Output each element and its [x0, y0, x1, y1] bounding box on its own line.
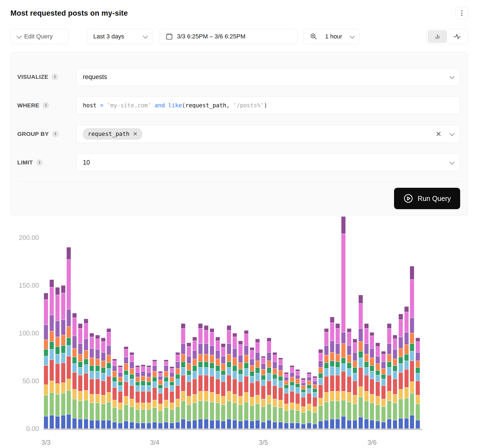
bar-segment[interactable]: [55, 416, 60, 429]
bar-segment[interactable]: [336, 375, 340, 391]
bar-segment[interactable]: [399, 320, 403, 337]
bar-segment[interactable]: [238, 345, 243, 355]
bar-segment[interactable]: [336, 401, 340, 419]
bar-segment[interactable]: [319, 353, 323, 361]
bar-segment[interactable]: [124, 396, 128, 405]
bar-segment[interactable]: [136, 386, 140, 391]
bar-segment[interactable]: [72, 349, 77, 357]
bar-segment[interactable]: [187, 356, 191, 364]
bar-segment[interactable]: [341, 217, 345, 234]
bar-segment[interactable]: [72, 373, 77, 390]
bar-segment[interactable]: [124, 382, 128, 396]
bar-segment[interactable]: [84, 339, 88, 350]
bar-segment[interactable]: [90, 333, 94, 337]
bar-segment[interactable]: [204, 419, 208, 429]
bar-segment[interactable]: [147, 368, 151, 372]
bar-segment[interactable]: [336, 362, 340, 367]
bar-segment[interactable]: [284, 385, 288, 388]
bar-segment[interactable]: [273, 374, 277, 379]
bar-segment[interactable]: [238, 374, 243, 382]
bar-segment[interactable]: [233, 394, 237, 403]
bar-segment[interactable]: [359, 304, 363, 328]
bar-segment[interactable]: [72, 364, 77, 372]
bar-segment[interactable]: [221, 348, 225, 356]
bar-segment[interactable]: [90, 371, 94, 379]
bar-segment[interactable]: [364, 324, 369, 328]
bar-segment[interactable]: [124, 347, 128, 349]
bar-segment[interactable]: [141, 423, 145, 429]
bar-segment[interactable]: [393, 403, 397, 420]
bar-segment[interactable]: [61, 346, 65, 353]
bar-segment[interactable]: [90, 337, 94, 348]
bar-segment[interactable]: [107, 402, 111, 420]
bar-segment[interactable]: [404, 418, 409, 429]
bar-segment[interactable]: [164, 388, 168, 400]
bar-segment[interactable]: [273, 352, 277, 355]
bar-segment[interactable]: [387, 362, 391, 367]
bar-segment[interactable]: [393, 420, 397, 429]
bar-segment[interactable]: [279, 388, 283, 400]
bar-segment[interactable]: [78, 419, 82, 429]
bar-segment[interactable]: [261, 369, 265, 375]
bar-segment[interactable]: [307, 381, 311, 385]
bar-segment[interactable]: [359, 351, 363, 358]
bar-segment[interactable]: [410, 382, 414, 393]
bar-segment[interactable]: [364, 362, 369, 367]
bar-segment[interactable]: [55, 394, 60, 416]
bar-segment[interactable]: [153, 400, 157, 408]
bar-segment[interactable]: [44, 300, 48, 324]
bar-segment[interactable]: [210, 420, 214, 429]
bar-segment[interactable]: [193, 379, 197, 394]
bar-segment[interactable]: [393, 366, 397, 371]
bar-segment[interactable]: [301, 413, 305, 424]
bar-segment[interactable]: [387, 329, 391, 344]
info-icon[interactable]: i: [36, 159, 43, 166]
bar-segment[interactable]: [244, 393, 248, 402]
bar-segment[interactable]: [381, 362, 386, 368]
bar-segment[interactable]: [313, 389, 317, 392]
bar-segment[interactable]: [324, 393, 328, 402]
bar-segment[interactable]: [273, 407, 277, 422]
bar-segment[interactable]: [347, 346, 351, 355]
bar-segment[interactable]: [118, 368, 122, 372]
bar-segment[interactable]: [67, 327, 71, 338]
bar-segment[interactable]: [55, 287, 60, 295]
date-range-picker[interactable]: 3/3 6:25PM – 3/6 6:25PM: [159, 29, 297, 44]
bar-segment[interactable]: [330, 341, 334, 352]
bar-segment[interactable]: [118, 386, 122, 391]
bar-segment[interactable]: [55, 321, 60, 337]
bar-segment[interactable]: [313, 413, 317, 424]
bar-segment[interactable]: [95, 371, 100, 379]
bar-segment[interactable]: [61, 293, 65, 320]
bar-segment[interactable]: [381, 399, 386, 407]
edit-query-button[interactable]: Edit Query: [10, 29, 69, 44]
bar-segment[interactable]: [216, 337, 220, 341]
bar-segment[interactable]: [147, 386, 151, 391]
bar-segment[interactable]: [130, 379, 134, 385]
bar-segment[interactable]: [141, 365, 145, 366]
bar-segment[interactable]: [301, 380, 305, 383]
bar-segment[interactable]: [61, 415, 65, 429]
bar-segment[interactable]: [216, 371, 220, 379]
bar-segment[interactable]: [284, 374, 288, 377]
bar-segment[interactable]: [216, 394, 220, 403]
bar-segment[interactable]: [233, 337, 237, 348]
bar-segment[interactable]: [255, 381, 260, 395]
bar-segment[interactable]: [113, 377, 117, 382]
bar-segment[interactable]: [255, 343, 260, 352]
bar-segment[interactable]: [341, 344, 345, 358]
bar-segment[interactable]: [55, 364, 60, 383]
bar-segment[interactable]: [181, 354, 185, 362]
bar-segment[interactable]: [164, 366, 168, 371]
bar-segment[interactable]: [67, 379, 71, 390]
bar-segment[interactable]: [341, 391, 345, 400]
bar-segment[interactable]: [301, 383, 305, 385]
bar-segment[interactable]: [261, 358, 265, 363]
bar-segment[interactable]: [141, 386, 145, 391]
bar-segment[interactable]: [67, 356, 71, 379]
bar-segment[interactable]: [84, 319, 88, 323]
bar-segment[interactable]: [324, 369, 328, 376]
bar-segment[interactable]: [170, 403, 174, 409]
bar-segment[interactable]: [353, 395, 357, 404]
bar-segment[interactable]: [376, 375, 380, 382]
